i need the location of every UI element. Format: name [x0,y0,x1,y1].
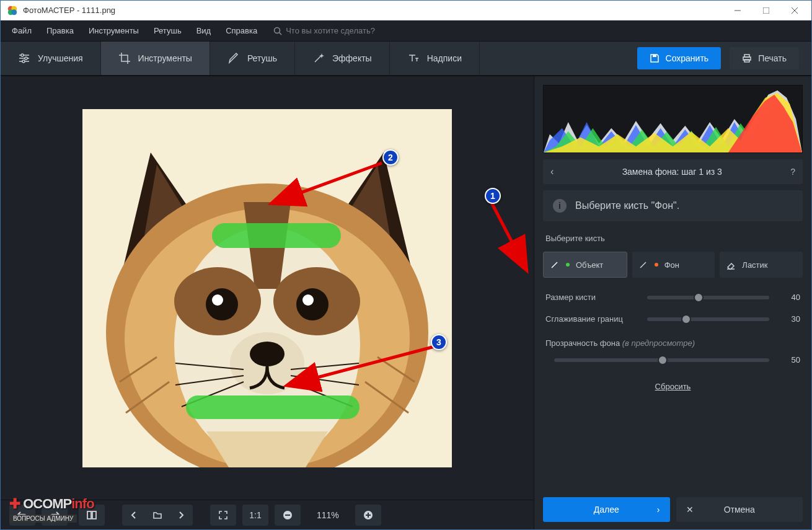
svg-marker-64 [728,95,802,152]
step-help-button[interactable]: ? [790,167,795,177]
brush-size-slider[interactable] [647,296,769,299]
save-icon [650,53,660,63]
eraser-icon [726,260,736,270]
save-button[interactable]: Сохранить [637,47,722,69]
svg-point-15 [22,60,25,63]
hint-box: i Выберите кисть "Фон". [543,190,803,221]
window-close-button[interactable] [780,1,809,20]
svg-point-8 [275,27,280,33]
smoothing-slider[interactable] [647,317,769,321]
cancel-label: Отмена [724,505,755,515]
tab-tools[interactable]: Инструменты [101,42,210,75]
svg-point-14 [25,57,27,60]
svg-point-13 [21,54,24,56]
menu-help[interactable]: Справка [218,22,265,39]
menu-view[interactable]: Вид [189,22,219,39]
tab-effects[interactable]: Эффекты [295,42,390,75]
chevron-right-icon: › [657,505,660,515]
brush-object-button[interactable]: Объект [543,252,627,278]
brush-icon [227,52,240,64]
brush-eraser-button[interactable]: Ластик [720,252,803,278]
watermark: ✚ OCOMPinfo ВОПРОСЫ АДМИНУ [9,496,94,523]
window-title: ФотоМАСТЕР - 1111.png [23,6,723,15]
sliders-icon [18,52,30,64]
object-stroke-1 [212,223,342,248]
svg-point-33 [296,288,329,320]
save-label: Сохранить [666,53,709,63]
text-icon [407,52,420,64]
svg-point-37 [250,342,285,366]
brush-bg-dot-icon [655,263,658,267]
smoothing-label: Сглаживание границ [545,314,638,324]
tab-improve[interactable]: Улучшения [1,42,101,75]
info-icon: i [553,199,567,213]
step-title: Замена фона: шаг 1 из 3 [561,167,783,177]
svg-line-50 [490,200,526,268]
brush-eraser-label: Ластик [742,260,767,270]
print-label: Печать [758,53,787,63]
annotation-badge-1: 1 [485,188,501,204]
zoom-in-button[interactable] [355,505,381,526]
tab-retouch[interactable]: Ретушь [210,42,295,75]
cancel-button[interactable]: ✕ Отмена [676,497,803,522]
object-stroke-2 [186,395,360,419]
tab-text[interactable]: Надписи [390,42,480,75]
menu-tools[interactable]: Инструменты [81,22,146,39]
nav-prev-button[interactable] [122,505,146,526]
opacity-label: Прозрачность фона (в предпросмотре) [545,338,800,348]
step-back-button[interactable]: ‹ [550,166,554,177]
print-icon [742,53,752,63]
reset-link[interactable]: Сбросить [655,382,691,391]
opacity-value: 50 [778,355,800,364]
menubar: Файл Правка Инструменты Ретушь Вид Справ… [1,20,811,42]
window-minimize-button[interactable] [723,1,752,20]
zoom-actual-button[interactable]: 1:1 [242,505,268,526]
menu-file[interactable]: Файл [4,22,39,39]
hint-text: Выберите кисть "Фон". [575,200,679,211]
titlebar: ФотоМАСТЕР - 1111.png [1,1,811,20]
search-input[interactable] [286,26,422,35]
canvas-viewport[interactable]: 1 2 3 [1,76,534,500]
brush-section-label: Выберите кисть [545,234,800,243]
brush-object-dot-icon [566,263,570,267]
menubar-search[interactable] [273,26,422,35]
side-panel: ‹ Замена фона: шаг 1 из 3 ? i Выберите к… [534,76,811,529]
svg-point-32 [206,288,238,320]
brush-object-icon [550,260,560,270]
crop-icon [118,52,131,64]
svg-rect-20 [744,60,749,62]
svg-point-35 [302,294,314,306]
svg-rect-5 [763,7,769,14]
next-label: Далее [594,505,619,515]
svg-point-3 [11,9,17,15]
next-button[interactable]: Далее › [543,497,670,522]
brush-bg-button[interactable]: Фон [632,252,715,278]
panel-step-header: ‹ Замена фона: шаг 1 из 3 ? [543,159,803,184]
nav-next-button[interactable] [169,505,193,526]
open-folder-button[interactable] [146,505,169,526]
window-maximize-button[interactable] [752,1,780,20]
smoothing-value: 30 [778,314,800,324]
histogram [543,85,803,153]
app-logo-icon [7,5,18,16]
svg-line-9 [280,32,282,35]
tool-tabs: Улучшения Инструменты Ретушь Эффекты Над… [1,42,811,76]
annotation-badge-3: 3 [431,334,447,350]
tab-text-label: Надписи [427,53,462,63]
brush-size-value: 40 [778,293,800,302]
opacity-slider[interactable] [554,358,769,362]
tab-tools-label: Инструменты [138,53,192,63]
menu-retouch[interactable]: Ретушь [146,22,189,39]
brush-object-label: Объект [576,260,603,270]
search-icon [273,27,282,35]
brush-bg-label: Фон [664,260,679,270]
brush-bg-icon [638,260,648,270]
zoom-out-button[interactable] [275,505,301,526]
print-button[interactable]: Печать [730,47,799,69]
fit-screen-button[interactable] [210,505,236,526]
svg-rect-17 [653,55,656,57]
annotation-badge-2: 2 [382,149,399,166]
tab-improve-label: Улучшения [38,53,83,63]
svg-point-34 [212,294,223,306]
menu-edit[interactable]: Правка [39,22,81,39]
